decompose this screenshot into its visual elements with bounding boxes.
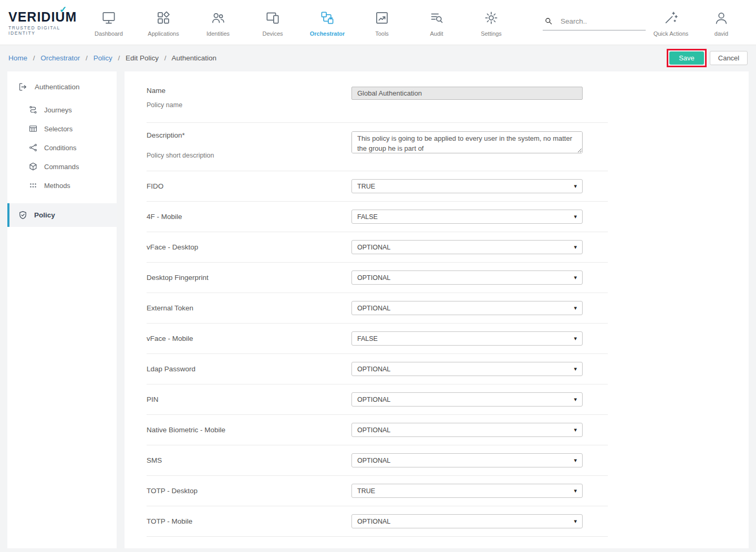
vface-desktop-select[interactable]: OPTIONAL ▾ bbox=[351, 240, 583, 254]
quick-actions-label: Quick Actions bbox=[654, 30, 689, 37]
tools-icon bbox=[374, 10, 390, 26]
form-row-description: Description* Policy short description Th… bbox=[147, 123, 608, 171]
form-row-vface-mobile: vFace - Mobile FALSE ▾ bbox=[147, 324, 608, 354]
grid-icon bbox=[156, 10, 171, 26]
sidebar-item-selectors[interactable]: Selectors bbox=[7, 119, 117, 138]
nav-item-devices[interactable]: Devices bbox=[245, 8, 300, 37]
sidebar-item-methods[interactable]: Methods bbox=[7, 176, 117, 195]
nav-item-label: Tools bbox=[375, 30, 389, 37]
user-name-label: david bbox=[714, 30, 728, 37]
select-value: OPTIONAL bbox=[357, 305, 390, 312]
pin-select[interactable]: OPTIONAL ▾ bbox=[351, 392, 583, 407]
dots-icon bbox=[28, 181, 38, 190]
policy-edit-panel: Name Policy name Description* Policy sho… bbox=[125, 71, 749, 548]
chevron-down-icon: ▾ bbox=[574, 518, 577, 525]
sidebar: Authentication Journeys Selectors Condit… bbox=[7, 71, 117, 548]
chevron-down-icon: ▾ bbox=[574, 396, 577, 403]
nav-item-applications[interactable]: Applications bbox=[136, 8, 191, 37]
name-label: Name bbox=[147, 87, 351, 95]
form-row-desktop-fingerprint: Desktop Fingerprint OPTIONAL ▾ bbox=[147, 263, 608, 293]
nav-item-identities[interactable]: Identities bbox=[191, 8, 245, 37]
field-label: FIDO bbox=[147, 182, 351, 190]
totp-mobile-select[interactable]: OPTIONAL ▾ bbox=[351, 514, 583, 528]
native-biometric-mobile-select[interactable]: OPTIONAL ▾ bbox=[351, 423, 583, 437]
desktop-fingerprint-select[interactable]: OPTIONAL ▾ bbox=[351, 270, 583, 285]
nav-item-dashboard[interactable]: Dashboard bbox=[81, 8, 136, 37]
select-value: OPTIONAL bbox=[357, 366, 390, 373]
select-value: OPTIONAL bbox=[357, 274, 390, 282]
breadcrumb-orchestrator[interactable]: Orchestrator bbox=[40, 54, 80, 62]
form-row-fido: FIDO TRUE ▾ bbox=[147, 171, 608, 202]
select-value: OPTIONAL bbox=[357, 457, 390, 464]
sidebar-item-policy[interactable]: Policy bbox=[7, 203, 117, 227]
shield-icon bbox=[18, 210, 28, 220]
select-value: OPTIONAL bbox=[357, 396, 390, 403]
sidebar-header-label: Authentication bbox=[35, 83, 80, 91]
workflow-icon bbox=[319, 10, 335, 26]
policy-name-input[interactable] bbox=[351, 87, 583, 100]
field-label: PIN bbox=[147, 395, 351, 403]
sidebar-item-commands[interactable]: Commands bbox=[7, 157, 117, 176]
chevron-down-icon: ▾ bbox=[574, 487, 577, 494]
page-actions: Save Cancel bbox=[667, 49, 748, 67]
breadcrumb-authentication: Authentication bbox=[172, 54, 217, 62]
policy-description-textarea[interactable]: This policy is going to be applied to ev… bbox=[351, 131, 583, 153]
fido-select[interactable]: TRUE ▾ bbox=[351, 179, 583, 193]
logo-check-icon: ✓ bbox=[59, 4, 67, 15]
sidebar-item-journeys[interactable]: Journeys bbox=[7, 100, 117, 119]
login-arrow-icon bbox=[18, 82, 28, 92]
nav-item-audit[interactable]: Audit bbox=[409, 8, 464, 37]
branch-icon bbox=[28, 143, 38, 152]
breadcrumb-bar: Home / Orchestrator / Policy / Edit Poli… bbox=[0, 45, 756, 70]
select-value: OPTIONAL bbox=[357, 518, 390, 525]
field-label: Desktop Fingerprint bbox=[147, 274, 351, 282]
breadcrumb: Home / Orchestrator / Policy / Edit Poli… bbox=[8, 54, 216, 62]
field-label: Ldap Password bbox=[147, 365, 351, 373]
sidebar-item-conditions[interactable]: Conditions bbox=[7, 138, 117, 157]
search-input[interactable] bbox=[561, 17, 645, 25]
chevron-down-icon: ▾ bbox=[574, 426, 577, 433]
form-row-totp-mobile: TOTP - Mobile OPTIONAL ▾ bbox=[147, 506, 608, 537]
breadcrumb-policy[interactable]: Policy bbox=[94, 54, 112, 62]
journeys-icon bbox=[28, 105, 38, 114]
chevron-down-icon: ▾ bbox=[574, 366, 577, 372]
sidebar-item-label: Selectors bbox=[44, 125, 73, 133]
4f-mobile-select[interactable]: FALSE ▾ bbox=[351, 210, 583, 224]
nav-item-label: Devices bbox=[262, 30, 283, 37]
form-row-vface-desktop: vFace - Desktop OPTIONAL ▾ bbox=[147, 232, 608, 263]
breadcrumb-separator: / bbox=[118, 54, 120, 62]
select-value: FALSE bbox=[357, 335, 378, 342]
sms-select[interactable]: OPTIONAL ▾ bbox=[351, 453, 583, 467]
sidebar-item-label: Conditions bbox=[44, 144, 76, 152]
chevron-down-icon: ▾ bbox=[574, 274, 577, 281]
vface-mobile-select[interactable]: FALSE ▾ bbox=[351, 331, 583, 346]
nav-item-label: Dashboard bbox=[95, 30, 123, 37]
nav-item-label: Orchestrator bbox=[310, 30, 345, 37]
field-label: TOTP - Mobile bbox=[147, 517, 351, 525]
description-label: Description* bbox=[147, 131, 351, 139]
nav-item-tools[interactable]: Tools bbox=[355, 8, 409, 37]
nav-item-label: Settings bbox=[481, 30, 502, 37]
save-button[interactable]: Save bbox=[669, 51, 704, 65]
cancel-button[interactable]: Cancel bbox=[710, 51, 748, 65]
quick-actions-button[interactable]: Quick Actions bbox=[646, 8, 696, 37]
audit-icon bbox=[429, 10, 444, 26]
user-menu[interactable]: david bbox=[696, 8, 747, 37]
nav-item-label: Applications bbox=[148, 30, 179, 37]
gear-icon bbox=[483, 10, 499, 26]
nav-item-settings[interactable]: Settings bbox=[464, 8, 519, 37]
ldap-password-select[interactable]: OPTIONAL ▾ bbox=[351, 362, 583, 376]
form-row-pin: PIN OPTIONAL ▾ bbox=[147, 384, 608, 415]
select-value: TRUE bbox=[357, 487, 375, 495]
search-bar[interactable] bbox=[543, 14, 646, 30]
form-row-ldap-password: Ldap Password OPTIONAL ▾ bbox=[147, 354, 608, 384]
sidebar-header-authentication[interactable]: Authentication bbox=[7, 71, 117, 100]
external-token-select[interactable]: OPTIONAL ▾ bbox=[351, 301, 583, 315]
nav-item-orchestrator[interactable]: Orchestrator bbox=[300, 8, 355, 37]
breadcrumb-home[interactable]: Home bbox=[8, 54, 27, 62]
field-label: vFace - Mobile bbox=[147, 335, 351, 342]
chevron-down-icon: ▾ bbox=[574, 183, 577, 190]
brand-logo[interactable]: VERIDIUM ✓ TRUSTED DIGITAL IDENTITY bbox=[8, 9, 81, 36]
field-label: SMS bbox=[147, 456, 351, 464]
totp-desktop-select[interactable]: TRUE ▾ bbox=[351, 484, 583, 498]
